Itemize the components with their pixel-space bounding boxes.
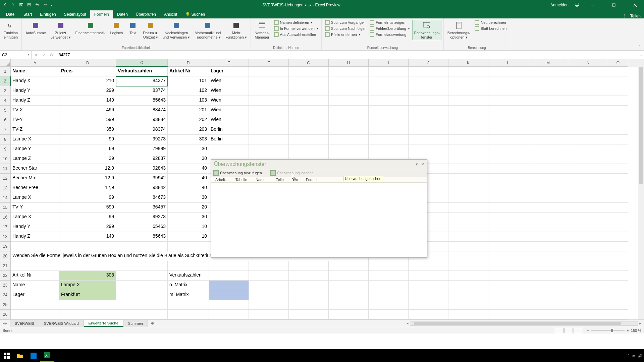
cell[interactable] [369,125,409,135]
cell[interactable] [289,67,329,76]
cell[interactable] [448,281,488,290]
cell[interactable] [568,271,608,281]
undo-icon[interactable] [35,2,40,8]
cell[interactable] [448,183,488,193]
cell[interactable]: 99 [59,135,116,144]
cell[interactable] [528,164,568,174]
hscroll-left-icon[interactable]: ◂ [405,321,410,325]
cell[interactable]: Handy X [11,76,59,86]
cell[interactable] [369,281,409,290]
cell[interactable] [116,242,168,251]
cell[interactable] [528,232,568,242]
name-box[interactable]: C2 ▼ [0,51,32,59]
cell[interactable] [289,281,329,290]
row-header-4[interactable]: 4 [0,96,11,106]
cell[interactable] [528,261,568,271]
row-header-22[interactable]: 22 [0,271,11,281]
cell[interactable] [488,135,528,144]
dialog-dropdown-icon[interactable]: ▼ [415,162,419,167]
dropdown-icon[interactable]: ▼ [27,53,30,56]
col-header-A[interactable]: A [11,59,59,67]
cell[interactable] [209,300,249,310]
cell[interactable] [448,174,488,183]
cell[interactable] [249,144,289,154]
cell[interactable] [568,281,608,290]
cell[interactable]: Frankfurt [59,290,116,300]
cell[interactable] [608,183,628,193]
col-header-J[interactable]: J [409,59,448,67]
cell[interactable] [329,271,369,281]
cell[interactable] [488,154,528,164]
cell[interactable] [249,300,289,310]
tray-sound-icon[interactable]: 🔊 [638,354,642,358]
cell[interactable] [528,251,568,261]
cell[interactable] [409,86,448,96]
cell[interactable] [568,154,608,164]
cell[interactable] [528,300,568,310]
cell[interactable] [568,213,608,222]
row-header-20[interactable]: 20 [0,251,11,261]
cell[interactable] [448,271,488,281]
cell[interactable]: Wien [209,115,249,125]
cell[interactable]: 65463 [116,222,168,232]
menu-tab-datei[interactable]: Datei [2,10,19,18]
cell[interactable] [369,261,409,271]
cell[interactable] [608,76,628,86]
ribbon-small-rg4r-2[interactable]: Formelauswertung [368,32,411,37]
cell[interactable] [329,67,369,76]
cell[interactable]: 30 [168,193,209,203]
watch-window-dialog[interactable]: Überwachungsfenster ▼ ✕ Überwachung hinz… [211,159,427,258]
cell[interactable]: 149 [59,232,116,242]
watch-window-button[interactable]: Überwachungs- fenster [412,20,441,40]
row-header-26[interactable]: 26 [0,310,11,319]
cell[interactable]: TV-Z [11,125,59,135]
cell[interactable] [59,300,116,310]
cell[interactable] [568,125,608,135]
cell[interactable]: 303 [168,135,209,144]
cell[interactable]: Lampe X [11,193,59,203]
cell[interactable] [249,135,289,144]
cell[interactable]: 84377 [116,76,168,86]
cell[interactable]: 149 [59,96,116,106]
cell[interactable] [528,222,568,232]
cell[interactable] [209,144,249,154]
cell[interactable] [168,242,209,251]
row-header-11[interactable]: 11 [0,164,11,174]
cell[interactable] [289,261,329,271]
cell[interactable] [329,310,369,319]
cell[interactable]: 10 [168,222,209,232]
col-header-D[interactable]: D [168,59,209,67]
cell[interactable]: 85643 [116,96,168,106]
cell[interactable]: 599 [59,115,116,125]
row-header-17[interactable]: 17 [0,222,11,232]
cell[interactable] [528,76,568,86]
cell[interactable] [488,203,528,213]
cell[interactable]: Handy Z [11,96,59,106]
expand-formula-icon[interactable]: ⌄ [637,53,644,57]
cell[interactable] [289,144,329,154]
cell[interactable] [608,164,628,174]
dialog-close-icon[interactable]: ✕ [421,162,424,167]
signin-link[interactable]: Anmelden [550,3,569,7]
menu-tab-einfügen[interactable]: Einfügen [36,10,60,18]
cell[interactable] [568,115,608,125]
cell[interactable] [409,300,448,310]
cell[interactable]: 12,9 [59,183,116,193]
cell[interactable]: Becher Mix [11,174,59,183]
col-header-H[interactable]: H [329,59,369,67]
cell[interactable]: Berlin [209,135,249,144]
cell[interactable] [59,242,116,251]
ribbon-btn-2[interactable]: Finanzmathematik [74,20,107,36]
cell[interactable] [116,310,168,319]
cell[interactable] [11,310,59,319]
col-header-O[interactable]: O [608,59,628,67]
cell[interactable] [369,86,409,96]
cell[interactable]: 92843 [116,164,168,174]
menu-tab-seitenlayout[interactable]: Seitenlayout [60,10,90,18]
cell[interactable]: 69 [59,144,116,154]
ribbon-small-rg4r-1[interactable]: Fehlerüberprüfung▾ [368,26,411,31]
cell[interactable] [249,106,289,115]
watch-list[interactable] [211,183,427,253]
cell[interactable] [448,232,488,242]
cell[interactable] [329,290,369,300]
